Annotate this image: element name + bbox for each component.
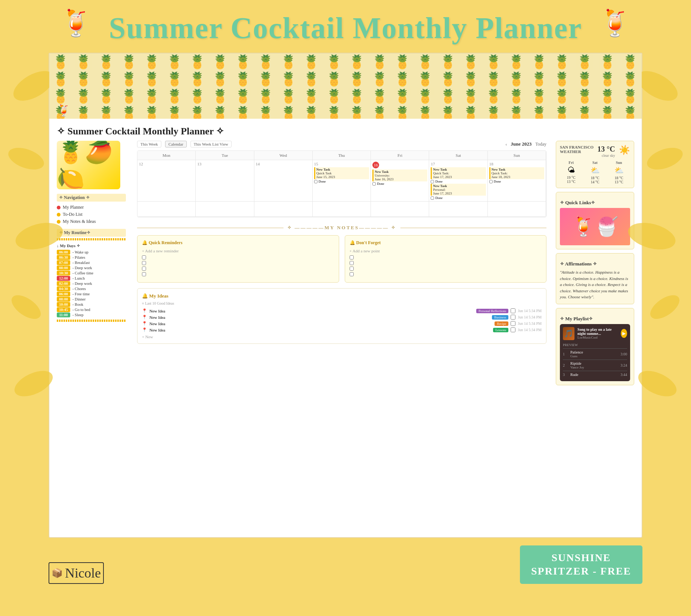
reminder-checkbox-3[interactable] [142,267,146,271]
cal-date: 18 [489,162,544,166]
cal-cell[interactable]: 18New TaskQuick Task:June 18, 2023Done [488,160,546,201]
idea-checkbox[interactable] [511,315,515,320]
cal-event-checkbox: Done [372,182,427,186]
idea-left: 📍 New Idea [142,321,165,326]
cal-checkbox-input[interactable] [431,180,434,183]
cal-checkbox-input[interactable] [314,180,317,183]
cal-cell[interactable]: 16New TaskUniversity:June 16, 2023Done [371,160,429,201]
cocktail-left-icon: 🍹 [60,7,92,38]
bottom-bar: 📦 Nicole SUNSHINE SPRITZER - FREE [0,538,691,591]
idea-text[interactable]: New Idea [149,309,165,313]
cal-cell[interactable]: 14 [254,160,313,201]
cal-date: 12 [139,162,194,166]
forget-checkbox-3[interactable] [350,267,354,271]
playlist-track[interactable]: 2 Riptide Vance Joy 3:24 [563,360,627,371]
cal-date: 14 [256,162,311,166]
reminder-checkbox-1[interactable] [142,255,146,259]
routine-section: ✧ My Routine✧ ↓ My Days ✧ 06:00 - Wake u… [57,229,126,322]
nav-dot [57,213,61,217]
cal-tab-calendar[interactable]: Calendar [165,141,187,147]
time-badge: 02:00 [57,281,70,286]
cal-event-checkbox: Done [431,196,486,200]
cal-cell-empty[interactable] [254,202,313,217]
track-number: 3 [563,373,568,377]
playlist-thumbnail: 🎵 [563,327,574,340]
nav-item[interactable]: My Planner [57,204,126,211]
idea-checkbox[interactable] [511,327,515,332]
idea-text[interactable]: New Idea [149,328,165,332]
playlist-card: 🎵 Song to play on a late night summe... … [560,324,630,381]
cal-head-cell: Thu [313,151,371,160]
ideas-add[interactable]: + New [142,335,542,339]
time-entry: 10:45 - Go to bed [57,307,126,312]
dont-forget-add[interactable]: + Add a new point [350,249,542,253]
dont-forget-title: 🔔 Don't Forget [350,240,542,246]
days-header: ↓ My Days ✧ [57,243,126,248]
cal-cell-empty[interactable] [196,202,254,217]
nav-item[interactable]: To-Do List [57,211,126,218]
logo-box: 📦 Nicole [49,562,104,584]
dont-forget-card: 🔔 Don't Forget + Add a new point [345,235,547,283]
time-entry: 06:00 - Free time [57,292,126,296]
track-duration: 3:00 [620,352,627,356]
drinks-emoji: 🍹🍧 [572,216,618,237]
cal-tab-listview[interactable]: This Week List View [190,141,232,147]
reminder-checkbox-4[interactable] [142,272,146,276]
notes-divider: ✧ —————MY NOTES————— ✧ [137,225,546,231]
idea-text[interactable]: New Idea [149,321,165,326]
cal-cell-empty[interactable] [371,202,429,217]
cal-checkbox-input[interactable] [372,182,376,186]
cal-cell-empty[interactable] [313,202,371,217]
track-duration: 3:24 [620,363,627,367]
weather-label: WEATHER [560,149,594,154]
track-name: Riptide [570,361,618,365]
cal-cell-empty[interactable] [429,202,487,217]
playlist-artist: LoeMusicCool [577,336,618,339]
playlist-track[interactable]: 1 Patience Guns 3:00 [563,348,627,360]
idea-right: Personal Reflections Jun 14 5:34 PM [476,308,542,313]
idea-right: Recipe Jun 14 5:34 PM [495,321,542,326]
playlist-play-button[interactable]: ▶ [621,329,627,338]
cal-cell[interactable]: 12 [137,160,196,201]
time-badge: 08:00 [57,297,70,302]
promo-line2: SPRITZER - FREE [531,565,631,577]
cal-nav-prev[interactable]: ‹ [505,141,507,147]
forget-checkbox-4[interactable] [350,272,354,276]
cal-checkbox-input[interactable] [431,196,434,200]
cal-cell[interactable]: 17New TaskQuick Task:June 17, 2023DoneNe… [429,160,487,201]
cal-head-cell: Tue [196,151,254,160]
ideas-subtitle: ≡ Last 10 Good Ideas [142,301,542,305]
nav-item[interactable]: My Notes & Ideas [57,218,126,225]
idea-bullet: 📍 [142,327,147,332]
nav-label: My Notes & Ideas [63,219,96,224]
idea-checkbox[interactable] [511,308,515,313]
cal-cell-empty[interactable] [137,202,196,217]
logo-icon: 📦 [52,568,63,578]
time-label: - Lunch [72,276,85,280]
forget-checkbox-1[interactable] [350,255,354,259]
cal-nav-today[interactable]: Today [535,141,546,147]
sidebar-fruit-image: 🍍🥭🍋 [57,141,120,189]
notes-two-col: 🔔 Quick Reminders + Add a new reminder 🔔… [137,235,546,283]
promo-line1: SUNSHINE [551,552,611,563]
banner: 🍍🍍🍍🍍🍍🍍🍍🍍🍍🍍🍍🍍🍍🍍🍍🍍🍍🍍🍍🍍🍍🍍🍍🍍🍍🍍🍍🍍🍍🍍🍍🍍🍍🍍🍍🍍🍍🍍🍍🍍… [49,53,642,119]
reminder-checkbox-2[interactable] [142,261,146,265]
weather-days: Fri 🌤 19 °C13 °C Sat ⛅ 18 °C14 °C Sun ⛅ … [560,161,630,184]
idea-row: 📍 New Idea Recipe Jun 14 5:34 PM [142,321,542,326]
cal-cell[interactable]: 13 [196,160,254,201]
fruit-emoji: 🍍🥭🍋 [57,141,120,189]
playlist-preview-label: PREVIEW [563,343,627,347]
weather-day-name: Fri [560,161,582,165]
cal-checkbox-input[interactable] [489,180,493,183]
idea-text[interactable]: New Idea [149,315,165,320]
forget-checkbox-2[interactable] [350,261,354,265]
time-badge: 07:00 [57,260,70,265]
cal-tab-thisweek[interactable]: This Week [137,141,161,147]
cal-cell[interactable]: 15New TaskQuick TaskJune 15, 2023Done [313,160,371,201]
time-entry: 02:00 - Deep work [57,281,126,286]
idea-left: 📍 New Idea [142,315,165,320]
cal-cell-empty[interactable] [488,202,546,217]
idea-checkbox[interactable] [511,321,515,326]
playlist-track[interactable]: 3 Rude 3:44 [563,371,627,378]
quick-reminders-add[interactable]: + Add a new reminder [142,249,334,253]
